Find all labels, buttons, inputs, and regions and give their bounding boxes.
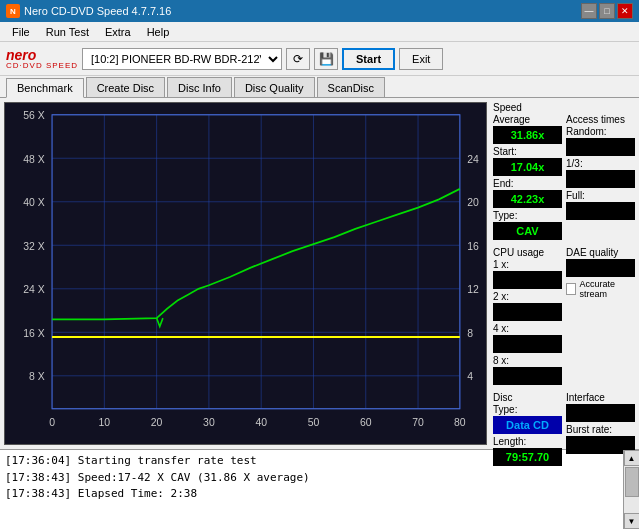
svg-text:20: 20 xyxy=(151,416,163,429)
svg-text:10: 10 xyxy=(99,416,111,429)
svg-text:30: 30 xyxy=(203,416,215,429)
svg-text:48 X: 48 X xyxy=(23,152,45,165)
menu-help[interactable]: Help xyxy=(139,24,178,40)
log-content: [17:36:04] Starting transfer rate test [… xyxy=(0,450,623,529)
tab-scandisc[interactable]: ScanDisc xyxy=(317,77,385,97)
svg-text:16: 16 xyxy=(467,239,479,252)
menu-run-test[interactable]: Run Test xyxy=(38,24,97,40)
scroll-up-button[interactable]: ▲ xyxy=(624,450,640,466)
cpu-1x-label: 1 x: xyxy=(493,259,562,270)
maximize-button[interactable]: □ xyxy=(599,3,615,19)
interface-label: Interface xyxy=(566,392,635,403)
chart-container: 56 X 48 X 40 X 32 X 24 X 16 X 8 X 24 20 … xyxy=(4,102,487,445)
svg-text:24 X: 24 X xyxy=(23,283,45,296)
right-panel: Speed Average 31.86x Start: 17.04x End: … xyxy=(491,98,639,449)
speed-layout: Average 31.86x Start: 17.04x End: 42.23x… xyxy=(493,114,635,240)
svg-text:8 X: 8 X xyxy=(29,370,45,383)
access-random-value xyxy=(566,138,635,156)
access-title: Access times xyxy=(566,114,635,125)
cpu-2x-value xyxy=(493,303,562,321)
titlebar-left: N Nero CD-DVD Speed 4.7.7.16 xyxy=(6,4,171,18)
disc-length-label: Length: xyxy=(493,436,562,447)
menubar: File Run Test Extra Help xyxy=(0,22,639,42)
access-onethird-label: 1/3: xyxy=(566,158,635,169)
log-entry-2: [17:38:43] Elapsed Time: 2:38 xyxy=(5,486,618,503)
app-icon: N xyxy=(6,4,20,18)
svg-text:80: 80 xyxy=(454,416,466,429)
disc-type-label: Type: xyxy=(493,404,562,415)
titlebar-controls[interactable]: — □ ✕ xyxy=(581,3,633,19)
minimize-button[interactable]: — xyxy=(581,3,597,19)
speed-col: Average 31.86x Start: 17.04x End: 42.23x… xyxy=(493,114,562,240)
tabs: Benchmark Create Disc Disc Info Disc Qua… xyxy=(0,76,639,98)
svg-text:32 X: 32 X xyxy=(23,239,45,252)
disc-type-title: Disc xyxy=(493,392,562,403)
accurate-stream-checkbox[interactable] xyxy=(566,283,576,295)
save-button[interactable]: 💾 xyxy=(314,48,338,70)
log-entry-1: [17:38:43] Speed:17-42 X CAV (31.86 X av… xyxy=(5,470,618,487)
chart-svg: 56 X 48 X 40 X 32 X 24 X 16 X 8 X 24 20 … xyxy=(5,103,486,444)
menu-extra[interactable]: Extra xyxy=(97,24,139,40)
tab-disc-quality[interactable]: Disc Quality xyxy=(234,77,315,97)
speed-type-label: Type: xyxy=(493,210,562,221)
speed-start-value: 17.04x xyxy=(493,158,562,176)
svg-text:40 X: 40 X xyxy=(23,196,45,209)
scroll-down-button[interactable]: ▼ xyxy=(624,513,640,529)
nero-logo: nero CD·DVD SPEED xyxy=(6,48,78,70)
drive-selector[interactable]: [10:2] PIONEER BD-RW BDR-212V 1.00 xyxy=(82,48,282,70)
svg-text:16 X: 16 X xyxy=(23,326,45,339)
svg-text:60: 60 xyxy=(360,416,372,429)
svg-text:50: 50 xyxy=(308,416,320,429)
speed-start-label: Start: xyxy=(493,146,562,157)
speed-end-value: 42.23x xyxy=(493,190,562,208)
accurate-stream-row: Accurate stream xyxy=(566,279,635,299)
svg-text:56 X: 56 X xyxy=(23,109,45,122)
cpu-4x-value xyxy=(493,335,562,353)
svg-text:0: 0 xyxy=(49,416,55,429)
svg-text:8: 8 xyxy=(467,326,473,339)
access-full-value xyxy=(566,202,635,220)
tab-benchmark[interactable]: Benchmark xyxy=(6,78,84,98)
tab-create-disc[interactable]: Create Disc xyxy=(86,77,165,97)
svg-text:40: 40 xyxy=(255,416,267,429)
tab-disc-info[interactable]: Disc Info xyxy=(167,77,232,97)
titlebar: N Nero CD-DVD Speed 4.7.7.16 — □ ✕ xyxy=(0,0,639,22)
cpu-title: CPU usage xyxy=(493,247,562,258)
scroll-thumb[interactable] xyxy=(625,467,639,497)
titlebar-title: Nero CD-DVD Speed 4.7.7.16 xyxy=(24,5,171,17)
access-onethird-value xyxy=(566,170,635,188)
close-button[interactable]: ✕ xyxy=(617,3,633,19)
svg-text:20: 20 xyxy=(467,196,479,209)
access-col: Access times Random: 1/3: Full: xyxy=(566,114,635,240)
cpu-2x-label: 2 x: xyxy=(493,291,562,302)
dae-value xyxy=(566,259,635,277)
interface-value xyxy=(566,404,635,422)
cpu-1x-value xyxy=(493,271,562,289)
speed-average-label: Average xyxy=(493,114,562,125)
speed-average-value: 31.86x xyxy=(493,126,562,144)
cpu-8x-label: 8 x: xyxy=(493,355,562,366)
access-full-label: Full: xyxy=(566,190,635,201)
speed-type-value: CAV xyxy=(493,222,562,240)
burst-label: Burst rate: xyxy=(566,424,635,435)
log-scrollbar[interactable]: ▲ ▼ xyxy=(623,450,639,529)
svg-text:12: 12 xyxy=(467,283,479,296)
speed-title: Speed xyxy=(493,102,635,113)
dae-section: DAE quality Accurate stream xyxy=(566,247,635,385)
log-area: [17:36:04] Starting transfer rate test [… xyxy=(0,449,639,529)
svg-text:70: 70 xyxy=(412,416,424,429)
exit-button[interactable]: Exit xyxy=(399,48,443,70)
start-button[interactable]: Start xyxy=(342,48,395,70)
refresh-button[interactable]: ⟳ xyxy=(286,48,310,70)
disc-type-value: Data CD xyxy=(493,416,562,434)
dae-title: DAE quality xyxy=(566,247,635,258)
menu-file[interactable]: File xyxy=(4,24,38,40)
cpu-4x-label: 4 x: xyxy=(493,323,562,334)
speed-section: Speed Average 31.86x Start: 17.04x End: … xyxy=(493,102,635,240)
cpu-section: CPU usage 1 x: 2 x: 4 x: 8 x: xyxy=(493,247,562,385)
svg-text:4: 4 xyxy=(467,370,473,383)
svg-rect-0 xyxy=(5,103,486,444)
speed-end-label: End: xyxy=(493,178,562,189)
log-entry-0: [17:36:04] Starting transfer rate test xyxy=(5,453,618,470)
access-random-label: Random: xyxy=(566,126,635,137)
